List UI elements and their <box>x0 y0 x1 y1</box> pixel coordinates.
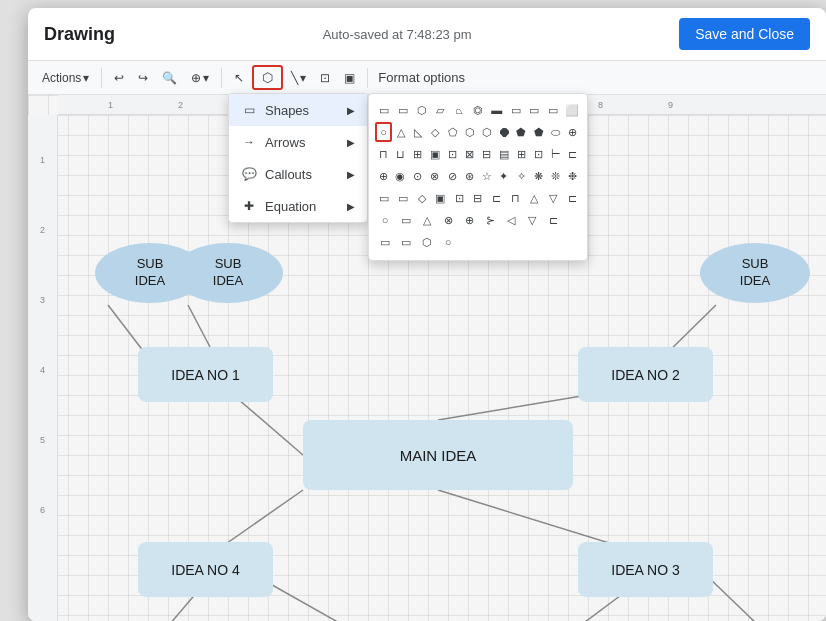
pointer-tool-button[interactable]: ↖ <box>228 67 250 89</box>
shape-frame[interactable]: ⊟ <box>479 144 495 164</box>
shape-diagonal-stripe[interactable]: ⊡ <box>530 144 546 164</box>
shape-extra8[interactable]: ▽ <box>522 210 542 230</box>
shape-misc11[interactable]: ⊏ <box>563 188 581 208</box>
sub-idea-2-shape[interactable]: SUBIDEA <box>173 243 283 303</box>
shape-trapezoid[interactable]: ⏢ <box>450 100 468 120</box>
shape-misc4[interactable]: ▣ <box>431 188 449 208</box>
shape-pentagon[interactable]: ⬠ <box>445 122 461 142</box>
menu-item-equation[interactable]: ✚ Equation ▶ <box>229 190 367 222</box>
shape-rounded-rect[interactable]: ▭ <box>394 100 412 120</box>
save-and-close-button[interactable]: Save and Close <box>679 18 810 50</box>
idea-2-shape[interactable]: IDEA NO 2 <box>578 347 713 402</box>
shape-last2[interactable]: ▭ <box>396 232 416 252</box>
shapes-tool-button[interactable]: ⬡ <box>252 65 283 90</box>
shape-heptagon[interactable]: ⬡ <box>479 122 495 142</box>
shape-cube[interactable]: ⊔ <box>392 144 408 164</box>
shape-parallelogram[interactable]: ▱ <box>431 100 449 120</box>
shape-octagon[interactable]: ⯃ <box>496 122 512 142</box>
shape-misc7[interactable]: ⊏ <box>488 188 506 208</box>
shape-rhombus[interactable]: ◇ <box>427 122 443 142</box>
shape-extra6[interactable]: ⊱ <box>480 210 500 230</box>
shape-ring[interactable]: ⊙ <box>410 166 426 186</box>
undo-icon: ↩ <box>114 71 124 85</box>
shape-rect5[interactable]: ▭ <box>544 100 562 120</box>
shape-star4[interactable]: ☆ <box>479 166 495 186</box>
shape-diamond-cut[interactable]: ⬡ <box>413 100 431 120</box>
arrows-menu-icon: → <box>241 134 257 150</box>
line-chevron: ▾ <box>300 71 306 85</box>
actions-menu-button[interactable]: Actions ▾ <box>36 67 95 89</box>
menu-item-shapes[interactable]: ▭ Shapes ▶ <box>229 94 367 126</box>
shape-star6[interactable]: ✧ <box>513 166 529 186</box>
line-tool-button[interactable]: ╲ ▾ <box>285 67 312 89</box>
shape-misc1[interactable]: ▭ <box>375 188 393 208</box>
shape-no[interactable]: ⊗ <box>427 166 443 186</box>
shape-star7[interactable]: ❋ <box>530 166 546 186</box>
shape-cylinder[interactable]: ⊓ <box>375 144 391 164</box>
idea-3-shape[interactable]: IDEA NO 3 <box>578 542 713 597</box>
shape-dodecagon[interactable]: ⬟ <box>530 122 546 142</box>
shape-misc8[interactable]: ⊓ <box>507 188 525 208</box>
shape-extra4[interactable]: ⊗ <box>438 210 458 230</box>
shape-forbidden[interactable]: ⊘ <box>444 166 460 186</box>
shape-corner[interactable]: ⊞ <box>513 144 529 164</box>
shape-misc5[interactable]: ⊡ <box>450 188 468 208</box>
menu-item-callouts[interactable]: 💬 Callouts ▶ <box>229 158 367 190</box>
shape-half-frame[interactable]: ▤ <box>496 144 512 164</box>
shape-oval[interactable]: ⬭ <box>548 122 564 142</box>
shape-bracket-l[interactable]: ⊡ <box>444 144 460 164</box>
redo-button[interactable]: ↪ <box>132 67 154 89</box>
shape-last3[interactable]: ⬡ <box>417 232 437 252</box>
shape-hexagon[interactable]: ⬡ <box>462 122 478 142</box>
shape-extra9[interactable]: ⊏ <box>543 210 563 230</box>
shape-bracket-r[interactable]: ⊠ <box>461 144 477 164</box>
shape-trapezoid2[interactable]: ⏣ <box>469 100 487 120</box>
shape-bullseye[interactable]: ◉ <box>392 166 408 186</box>
select-tool-button[interactable]: ⊡ <box>314 67 336 89</box>
callouts-menu-label: Callouts <box>265 167 312 182</box>
shape-star8[interactable]: ❊ <box>548 166 564 186</box>
shape-star5[interactable]: ✦ <box>496 166 512 186</box>
shape-cross[interactable]: ⊕ <box>565 122 581 142</box>
idea-1-shape[interactable]: IDEA NO 1 <box>138 347 273 402</box>
main-idea-shape[interactable]: MAIN IDEA <box>303 420 573 490</box>
shape-brace-r[interactable]: ▣ <box>427 144 443 164</box>
shape-star9[interactable]: ❉ <box>565 166 581 186</box>
shape-misc9[interactable]: △ <box>526 188 544 208</box>
shape-rect4[interactable]: ▭ <box>526 100 544 120</box>
shape-rect3[interactable]: ▭ <box>507 100 525 120</box>
shape-misc6[interactable]: ⊟ <box>469 188 487 208</box>
zoom-button[interactable]: 🔍 <box>156 67 183 89</box>
shape-last1[interactable]: ▭ <box>375 232 395 252</box>
shape-decagon[interactable]: ⬟ <box>513 122 529 142</box>
more-zoom-button[interactable]: ⊕ ▾ <box>185 67 215 89</box>
shape-extra1[interactable]: ○ <box>375 210 395 230</box>
shape-extra3[interactable]: △ <box>417 210 437 230</box>
sub-idea-3-shape[interactable]: SUBIDEA <box>700 243 810 303</box>
shape-arc[interactable]: ⊏ <box>565 144 581 164</box>
shape-right-triangle[interactable]: ◺ <box>410 122 426 142</box>
shape-extra5[interactable]: ⊕ <box>459 210 479 230</box>
shape-plus[interactable]: ⊕ <box>375 166 391 186</box>
shape-rect[interactable]: ▭ <box>375 100 393 120</box>
shape-misc10[interactable]: ▽ <box>544 188 562 208</box>
shape-misc3[interactable]: ◇ <box>413 188 431 208</box>
shapes-menu-label: Shapes <box>265 103 309 118</box>
shape-asterisk[interactable]: ⊛ <box>461 166 477 186</box>
idea-4-shape[interactable]: IDEA NO 4 <box>138 542 273 597</box>
image-tool-button[interactable]: ▣ <box>338 67 361 89</box>
shape-misc2[interactable]: ▭ <box>394 188 412 208</box>
shape-brace-l[interactable]: ⊞ <box>410 144 426 164</box>
shape-rect2[interactable]: ▬ <box>488 100 506 120</box>
separator-3 <box>367 68 368 88</box>
shape-triangle[interactable]: △ <box>393 122 409 142</box>
menu-item-arrows[interactable]: → Arrows ▶ <box>229 126 367 158</box>
undo-button[interactable]: ↩ <box>108 67 130 89</box>
shape-extra7[interactable]: ◁ <box>501 210 521 230</box>
shape-chord[interactable]: ⊢ <box>548 144 564 164</box>
shape-squircle[interactable]: ⬜ <box>563 100 581 120</box>
shape-last4[interactable]: ○ <box>438 232 458 252</box>
shape-circle[interactable]: ○ <box>375 122 392 142</box>
line-icon: ╲ <box>291 71 298 85</box>
shape-extra2[interactable]: ▭ <box>396 210 416 230</box>
